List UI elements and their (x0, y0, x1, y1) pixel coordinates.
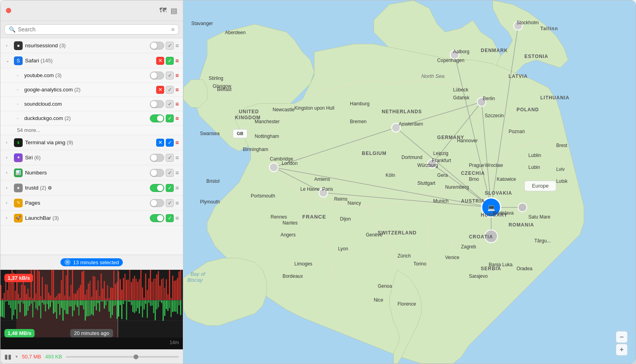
sub-process-name: duckduckgo.com (2) (24, 115, 147, 121)
svg-text:Nancy: Nancy (347, 200, 361, 206)
chart-area[interactable]: 1,37 kB/s 1,48 MB/s 20 minutes ago 14m (0, 270, 183, 349)
list-item[interactable]: › 🚀 LaunchBar (3) ✓ ≡ (0, 211, 183, 226)
check-button[interactable]: ✓ (166, 154, 174, 162)
process-name: Numbers (25, 170, 147, 176)
list-item[interactable]: › $ Terminal via ping (9) ✕ ✓ ≡ (0, 135, 183, 150)
list-item[interactable]: › duckduckgo.com (2) ✓ ≡ (0, 111, 183, 126)
chart-type-button[interactable]: ▮▮ (4, 353, 12, 360)
deny-button[interactable]: ✕ (156, 57, 164, 65)
svg-text:Limoges: Limoges (295, 261, 312, 267)
slider-thumb[interactable] (134, 354, 138, 359)
map-view-button[interactable]: 🗺 (159, 6, 167, 15)
list-item[interactable]: ⌄ S Safari (145) ✕ ✓ ≡ (0, 53, 183, 68)
svg-text:NETHERLANDS: NETHERLANDS (382, 109, 422, 114)
svg-text:Biscay: Biscay (187, 277, 203, 283)
svg-text:Prague: Prague (469, 163, 485, 168)
svg-text:Oradea: Oradea (516, 266, 532, 271)
svg-text:DENMARK: DENMARK (481, 48, 508, 53)
allow-button[interactable]: ✓ (166, 214, 174, 222)
controls: ✓ ≡ (150, 72, 179, 79)
bars-icon: ≡ (175, 154, 179, 161)
toggle-button[interactable] (150, 42, 164, 50)
svg-text:Köln: Köln (386, 172, 395, 178)
list-item[interactable]: › ■ nsurlsessiond (3) ✓ ≡ (0, 38, 183, 53)
controls: ✓ ≡ (150, 100, 179, 108)
check-button[interactable]: ✓ (166, 42, 174, 50)
map-svg: 💻 GB Europe (183, 0, 636, 364)
toggle-button[interactable] (150, 114, 164, 122)
left-panel: 🗺 ▤ 🔍 ≡ › ■ nsurlsessiond (3) ✓ ≡ ⌄ S Sa… (0, 0, 183, 364)
check-button[interactable]: ✓ (166, 72, 174, 79)
clear-selection-button[interactable]: × (64, 259, 71, 265)
svg-text:CZECHIA: CZECHIA (461, 170, 485, 176)
toggle-button[interactable] (150, 100, 164, 108)
selection-badge: × 13 minutes selected (60, 258, 123, 266)
toggle-button[interactable] (150, 184, 164, 192)
svg-text:Dortmund: Dortmund (401, 155, 423, 160)
svg-text:Wrocław: Wrocław (485, 163, 503, 168)
selection-label: 13 minutes selected (73, 259, 119, 265)
svg-text:Lviv: Lviv (556, 167, 564, 172)
check-button[interactable]: ✓ (166, 100, 174, 108)
svg-text:AUSTRIA: AUSTRIA (461, 198, 485, 204)
svg-text:Leipzig: Leipzig (433, 151, 448, 156)
zoom-controls: − + (616, 331, 628, 356)
controls: ✓ ≡ (150, 114, 179, 122)
check-button[interactable]: ✓ (166, 86, 174, 94)
zoom-in-button[interactable]: + (616, 344, 628, 356)
svg-text:Zagreb: Zagreb (461, 244, 476, 250)
svg-text:Nantes: Nantes (283, 220, 298, 226)
allow-button[interactable]: ✓ (166, 57, 174, 65)
allow-button[interactable]: ✓ (166, 114, 174, 122)
list-item[interactable]: › soundcloud.com ✓ ≡ (0, 97, 183, 111)
bars-icon: ≡ (175, 169, 179, 176)
deny-button[interactable]: ✕ (156, 139, 164, 147)
app-icon: ■ (14, 41, 23, 50)
svg-point-16 (270, 163, 278, 172)
more-items[interactable]: 54 more... (0, 126, 183, 135)
check-button[interactable]: ✓ (166, 199, 174, 207)
list-item[interactable]: › ■ trustd (2) ⚙ ✓ ≡ (0, 180, 183, 196)
app-icon: 📊 (14, 168, 23, 177)
svg-text:Würzburg: Würzburg (417, 163, 438, 168)
list-item[interactable]: › youtube.com (3) ✓ ≡ (0, 68, 183, 83)
svg-text:Rennes: Rennes (271, 214, 287, 220)
svg-text:North Sea: North Sea (421, 73, 444, 79)
app-icon: S (14, 56, 23, 65)
sub-process-name: soundcloud.com (24, 101, 147, 107)
svg-text:Lubin: Lubin (528, 165, 540, 170)
svg-text:Hannover: Hannover (457, 138, 478, 143)
chevron-right-icon: › (6, 155, 12, 160)
process-name: Safari (145) (25, 58, 154, 64)
svg-text:Reims: Reims (334, 196, 347, 202)
svg-text:Lutsk: Lutsk (556, 178, 568, 184)
list-view-button[interactable]: ▤ (171, 6, 177, 15)
close-button[interactable] (6, 8, 11, 13)
search-input[interactable] (18, 26, 169, 33)
list-item[interactable]: › google-analytics.com (2) ✕ ✓ ≡ (0, 83, 183, 97)
allow-button[interactable]: ✓ (166, 139, 174, 147)
check-button[interactable]: ✓ (166, 169, 174, 177)
list-item[interactable]: › 📊 Numbers ✓ ≡ (0, 165, 183, 180)
svg-text:Stirling: Stirling (209, 76, 223, 81)
toggle-button[interactable] (150, 199, 164, 207)
svg-text:Le Havre: Le Havre (301, 186, 320, 192)
timeline-slider[interactable] (66, 356, 179, 358)
list-item[interactable]: › ✎ Pages ✓ ≡ (0, 196, 183, 211)
svg-text:Bay of: Bay of (190, 271, 206, 277)
app-icon: 🚀 (14, 214, 23, 223)
chevron-down-icon[interactable]: ▾ (16, 354, 18, 359)
list-item[interactable]: › ✦ Siri (6) ✓ ≡ (0, 150, 183, 165)
allow-button[interactable]: ✓ (166, 184, 174, 192)
controls: ✓ ≡ (150, 42, 179, 50)
zoom-out-button[interactable]: − (616, 331, 628, 343)
filter-icon[interactable]: ≡ (171, 26, 175, 33)
toggle-button[interactable] (150, 72, 164, 79)
deny-button[interactable]: ✕ (156, 86, 164, 94)
svg-text:Stockholm: Stockholm (516, 20, 539, 25)
toggle-button[interactable] (150, 169, 164, 177)
sub-chevron-icon: › (17, 88, 22, 92)
toggle-button[interactable] (150, 214, 164, 222)
toggle-button[interactable] (150, 154, 164, 162)
bars-icon: ≡ (175, 139, 179, 146)
